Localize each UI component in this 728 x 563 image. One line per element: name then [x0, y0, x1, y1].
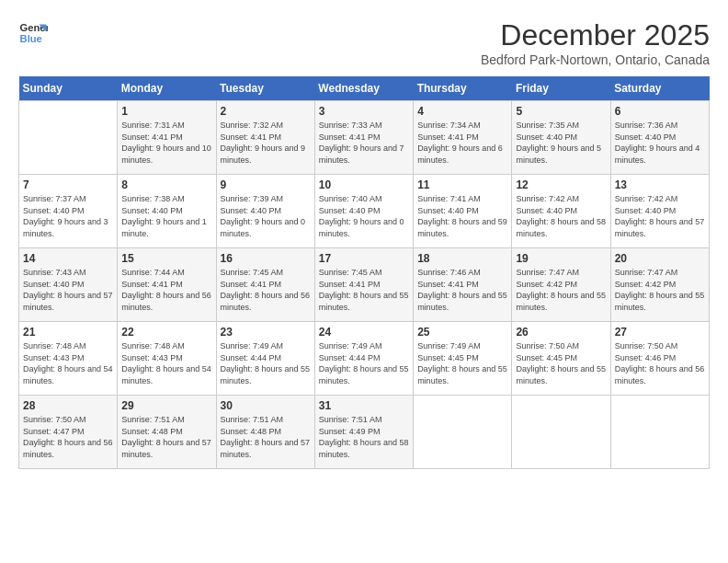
calendar-week-row: 1Sunrise: 7:31 AMSunset: 4:41 PMDaylight… [19, 101, 710, 175]
day-number: 11 [417, 178, 507, 191]
svg-text:Blue: Blue [20, 33, 42, 44]
day-info: Sunrise: 7:42 AMSunset: 4:40 PMDaylight:… [615, 193, 705, 239]
day-info: Sunrise: 7:47 AMSunset: 4:42 PMDaylight:… [615, 267, 705, 313]
day-number: 8 [121, 178, 211, 191]
day-info: Sunrise: 7:38 AMSunset: 4:40 PMDaylight:… [121, 193, 211, 239]
calendar-cell: 23Sunrise: 7:49 AMSunset: 4:44 PMDayligh… [216, 322, 314, 396]
calendar-cell: 27Sunrise: 7:50 AMSunset: 4:46 PMDayligh… [610, 322, 709, 396]
calendar-cell: 26Sunrise: 7:50 AMSunset: 4:45 PMDayligh… [512, 322, 610, 396]
calendar-cell: 25Sunrise: 7:49 AMSunset: 4:45 PMDayligh… [414, 322, 512, 396]
calendar-cell: 12Sunrise: 7:42 AMSunset: 4:40 PMDayligh… [512, 175, 610, 248]
calendar-cell: 1Sunrise: 7:31 AMSunset: 4:41 PMDaylight… [118, 101, 216, 175]
weekday-header: Thursday [414, 76, 512, 101]
day-number: 4 [417, 105, 507, 118]
weekday-header: Monday [118, 76, 216, 101]
month-title: December 2025 [481, 18, 710, 52]
day-info: Sunrise: 7:34 AMSunset: 4:41 PMDaylight:… [417, 120, 507, 166]
calendar-cell: 21Sunrise: 7:48 AMSunset: 4:43 PMDayligh… [19, 322, 118, 396]
calendar-cell: 19Sunrise: 7:47 AMSunset: 4:42 PMDayligh… [512, 248, 610, 322]
day-number: 1 [121, 105, 211, 118]
day-number: 7 [23, 178, 113, 191]
day-info: Sunrise: 7:49 AMSunset: 4:45 PMDaylight:… [417, 340, 507, 386]
day-info: Sunrise: 7:43 AMSunset: 4:40 PMDaylight:… [23, 267, 113, 313]
calendar-cell: 20Sunrise: 7:47 AMSunset: 4:42 PMDayligh… [610, 248, 709, 322]
day-number: 15 [121, 252, 211, 265]
day-number: 10 [319, 178, 409, 191]
day-info: Sunrise: 7:35 AMSunset: 4:40 PMDaylight:… [516, 120, 606, 166]
day-number: 28 [23, 399, 113, 412]
calendar-week-row: 7Sunrise: 7:37 AMSunset: 4:40 PMDaylight… [19, 175, 710, 248]
calendar-cell: 17Sunrise: 7:45 AMSunset: 4:41 PMDayligh… [314, 248, 413, 322]
day-number: 29 [121, 399, 211, 412]
calendar-cell: 9Sunrise: 7:39 AMSunset: 4:40 PMDaylight… [216, 175, 314, 248]
weekday-header-row: SundayMondayTuesdayWednesdayThursdayFrid… [19, 76, 710, 101]
logo: General Blue [18, 18, 48, 48]
page-header: General Blue December 2025 Bedford Park-… [18, 18, 710, 67]
day-info: Sunrise: 7:51 AMSunset: 4:48 PMDaylight:… [121, 414, 211, 460]
day-number: 13 [615, 178, 705, 191]
weekday-header: Sunday [19, 76, 118, 101]
calendar-cell: 7Sunrise: 7:37 AMSunset: 4:40 PMDaylight… [19, 175, 118, 248]
day-number: 20 [615, 252, 705, 265]
day-number: 22 [121, 326, 211, 339]
calendar-cell: 31Sunrise: 7:51 AMSunset: 4:49 PMDayligh… [314, 396, 413, 469]
day-info: Sunrise: 7:31 AMSunset: 4:41 PMDaylight:… [121, 120, 211, 166]
day-number: 2 [221, 105, 311, 118]
day-number: 25 [417, 326, 507, 339]
day-number: 23 [221, 326, 311, 339]
calendar-cell: 11Sunrise: 7:41 AMSunset: 4:40 PMDayligh… [414, 175, 512, 248]
day-info: Sunrise: 7:51 AMSunset: 4:49 PMDaylight:… [319, 414, 409, 460]
day-number: 26 [516, 326, 606, 339]
day-info: Sunrise: 7:44 AMSunset: 4:41 PMDaylight:… [121, 267, 211, 313]
weekday-header: Wednesday [314, 76, 413, 101]
day-info: Sunrise: 7:50 AMSunset: 4:47 PMDaylight:… [23, 414, 113, 460]
day-info: Sunrise: 7:40 AMSunset: 4:40 PMDaylight:… [319, 193, 409, 239]
calendar-cell: 24Sunrise: 7:49 AMSunset: 4:44 PMDayligh… [314, 322, 413, 396]
day-number: 19 [516, 252, 606, 265]
logo-icon: General Blue [18, 18, 48, 48]
calendar-cell: 2Sunrise: 7:32 AMSunset: 4:41 PMDaylight… [216, 101, 314, 175]
calendar-cell [610, 396, 709, 469]
title-section: December 2025 Bedford Park-Nortown, Onta… [481, 18, 710, 67]
calendar-cell: 18Sunrise: 7:46 AMSunset: 4:41 PMDayligh… [414, 248, 512, 322]
calendar-cell [512, 396, 610, 469]
calendar-cell: 10Sunrise: 7:40 AMSunset: 4:40 PMDayligh… [314, 175, 413, 248]
calendar-cell: 4Sunrise: 7:34 AMSunset: 4:41 PMDaylight… [414, 101, 512, 175]
calendar-cell: 8Sunrise: 7:38 AMSunset: 4:40 PMDaylight… [118, 175, 216, 248]
calendar-cell [19, 101, 118, 175]
calendar-cell: 6Sunrise: 7:36 AMSunset: 4:40 PMDaylight… [610, 101, 709, 175]
calendar-cell: 13Sunrise: 7:42 AMSunset: 4:40 PMDayligh… [610, 175, 709, 248]
day-number: 6 [615, 105, 705, 118]
day-info: Sunrise: 7:45 AMSunset: 4:41 PMDaylight:… [221, 267, 311, 313]
calendar-cell: 5Sunrise: 7:35 AMSunset: 4:40 PMDaylight… [512, 101, 610, 175]
day-info: Sunrise: 7:32 AMSunset: 4:41 PMDaylight:… [221, 120, 311, 166]
calendar-table: SundayMondayTuesdayWednesdayThursdayFrid… [18, 76, 710, 469]
day-number: 18 [417, 252, 507, 265]
day-info: Sunrise: 7:46 AMSunset: 4:41 PMDaylight:… [417, 267, 507, 313]
day-number: 21 [23, 326, 113, 339]
day-info: Sunrise: 7:42 AMSunset: 4:40 PMDaylight:… [516, 193, 606, 239]
day-info: Sunrise: 7:39 AMSunset: 4:40 PMDaylight:… [221, 193, 311, 239]
calendar-cell: 28Sunrise: 7:50 AMSunset: 4:47 PMDayligh… [19, 396, 118, 469]
calendar-cell: 16Sunrise: 7:45 AMSunset: 4:41 PMDayligh… [216, 248, 314, 322]
day-info: Sunrise: 7:49 AMSunset: 4:44 PMDaylight:… [221, 340, 311, 386]
day-number: 3 [319, 105, 409, 118]
day-number: 30 [221, 399, 311, 412]
day-number: 27 [615, 326, 705, 339]
calendar-cell: 14Sunrise: 7:43 AMSunset: 4:40 PMDayligh… [19, 248, 118, 322]
day-info: Sunrise: 7:33 AMSunset: 4:41 PMDaylight:… [319, 120, 409, 166]
day-info: Sunrise: 7:48 AMSunset: 4:43 PMDaylight:… [23, 340, 113, 386]
calendar-week-row: 21Sunrise: 7:48 AMSunset: 4:43 PMDayligh… [19, 322, 710, 396]
calendar-cell: 30Sunrise: 7:51 AMSunset: 4:48 PMDayligh… [216, 396, 314, 469]
calendar-week-row: 14Sunrise: 7:43 AMSunset: 4:40 PMDayligh… [19, 248, 710, 322]
weekday-header: Tuesday [216, 76, 314, 101]
calendar-cell: 3Sunrise: 7:33 AMSunset: 4:41 PMDaylight… [314, 101, 413, 175]
calendar-cell: 22Sunrise: 7:48 AMSunset: 4:43 PMDayligh… [118, 322, 216, 396]
calendar-cell: 15Sunrise: 7:44 AMSunset: 4:41 PMDayligh… [118, 248, 216, 322]
day-info: Sunrise: 7:51 AMSunset: 4:48 PMDaylight:… [221, 414, 311, 460]
day-info: Sunrise: 7:48 AMSunset: 4:43 PMDaylight:… [121, 340, 211, 386]
day-info: Sunrise: 7:49 AMSunset: 4:44 PMDaylight:… [319, 340, 409, 386]
calendar-cell: 29Sunrise: 7:51 AMSunset: 4:48 PMDayligh… [118, 396, 216, 469]
weekday-header: Friday [512, 76, 610, 101]
day-number: 9 [221, 178, 311, 191]
